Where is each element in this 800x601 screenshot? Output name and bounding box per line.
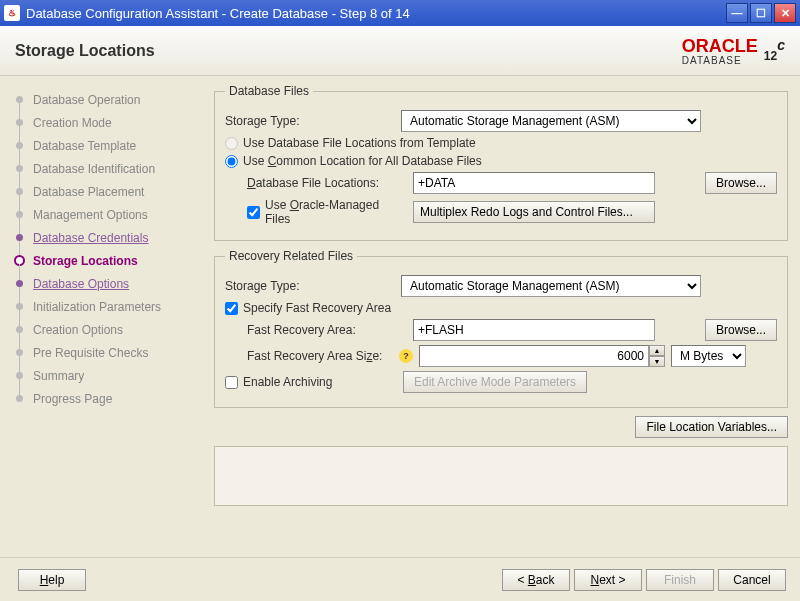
sidebar-item-label: Database Credentials [33, 231, 148, 245]
sidebar-item-storage-locations[interactable]: Storage Locations [8, 249, 202, 272]
df-storage-type-label: Storage Type: [225, 114, 395, 128]
file-location-variables-button[interactable]: File Location Variables... [635, 416, 788, 438]
footer: Help < Back Next > Finish Cancel [0, 557, 800, 601]
sidebar-item-label: Database Options [33, 277, 129, 291]
edit-archive-button: Edit Archive Mode Parameters [403, 371, 587, 393]
brand-name: ORACLE [682, 36, 758, 57]
enable-archiving-label[interactable]: Enable Archiving [243, 375, 398, 389]
enable-archiving-checkbox[interactable] [225, 376, 238, 389]
sidebar-item-initialization-parameters: Initialization Parameters [8, 295, 202, 318]
recovery-group: Recovery Related Files Storage Type: Aut… [214, 249, 788, 408]
omf-checkbox[interactable] [247, 206, 260, 219]
radio-common-label[interactable]: Use Common Location for All Database Fil… [243, 154, 482, 168]
window-title: Database Configuration Assistant - Creat… [26, 6, 724, 21]
sidebar-item-database-credentials[interactable]: Database Credentials [8, 226, 202, 249]
sidebar-item-label: Database Template [33, 139, 136, 153]
sidebar-item-database-identification: Database Identification [8, 157, 202, 180]
radio-template-label: Use Database File Locations from Templat… [243, 136, 476, 150]
close-button[interactable]: ✕ [774, 3, 796, 23]
omf-label[interactable]: Use Oracle-Managed Files [265, 198, 407, 226]
sidebar-item-label: Creation Options [33, 323, 123, 337]
sidebar-item-summary: Summary [8, 364, 202, 387]
fra-size-unit-select[interactable]: M Bytes [671, 345, 746, 367]
finish-button: Finish [646, 569, 714, 591]
log-area [214, 446, 788, 506]
back-button[interactable]: < Back [502, 569, 570, 591]
sidebar-item-label: Progress Page [33, 392, 112, 406]
fra-size-label: Fast Recovery Area Size: [247, 349, 393, 363]
specify-fra-label[interactable]: Specify Fast Recovery Area [243, 301, 391, 315]
df-storage-type-select[interactable]: Automatic Storage Management (ASM) [401, 110, 701, 132]
fra-label: Fast Recovery Area: [247, 323, 407, 337]
df-location-label: Database File Locations: [247, 176, 407, 190]
fra-input[interactable] [413, 319, 655, 341]
page-title: Storage Locations [15, 42, 682, 60]
database-files-group: Database Files Storage Type: Automatic S… [214, 84, 788, 241]
df-location-input[interactable] [413, 172, 655, 194]
radio-common[interactable] [225, 155, 238, 168]
sidebar-item-label: Database Operation [33, 93, 140, 107]
sidebar-item-pre-requisite-checks: Pre Requisite Checks [8, 341, 202, 364]
df-browse-button[interactable]: Browse... [705, 172, 777, 194]
page-header: Storage Locations ORACLE DATABASE 12c [0, 26, 800, 76]
fra-size-down[interactable]: ▼ [649, 356, 665, 367]
fra-size-up[interactable]: ▲ [649, 345, 665, 356]
sidebar-item-label: Management Options [33, 208, 148, 222]
sidebar-item-creation-mode: Creation Mode [8, 111, 202, 134]
fra-size-input[interactable] [419, 345, 649, 367]
radio-template [225, 137, 238, 150]
help-button[interactable]: Help [18, 569, 86, 591]
hint-icon[interactable]: ? [399, 349, 413, 363]
database-files-legend: Database Files [225, 84, 313, 98]
rec-storage-type-label: Storage Type: [225, 279, 395, 293]
sidebar-item-label: Summary [33, 369, 84, 383]
recovery-legend: Recovery Related Files [225, 249, 357, 263]
sidebar-item-label: Initialization Parameters [33, 300, 161, 314]
sidebar-item-label: Database Placement [33, 185, 144, 199]
sidebar-item-management-options: Management Options [8, 203, 202, 226]
sidebar-item-label: Database Identification [33, 162, 155, 176]
rec-storage-type-select[interactable]: Automatic Storage Management (ASM) [401, 275, 701, 297]
maximize-button[interactable]: ☐ [750, 3, 772, 23]
sidebar-item-database-operation: Database Operation [8, 88, 202, 111]
sidebar: Database OperationCreation ModeDatabase … [0, 76, 210, 557]
cancel-button[interactable]: Cancel [718, 569, 786, 591]
brand-version: 12c [764, 35, 785, 67]
sidebar-item-progress-page: Progress Page [8, 387, 202, 410]
sidebar-item-database-options[interactable]: Database Options [8, 272, 202, 295]
multiplex-button[interactable]: Multiplex Redo Logs and Control Files... [413, 201, 655, 223]
next-button[interactable]: Next > [574, 569, 642, 591]
fra-browse-button[interactable]: Browse... [705, 319, 777, 341]
sidebar-item-label: Creation Mode [33, 116, 112, 130]
minimize-button[interactable]: — [726, 3, 748, 23]
sidebar-item-label: Storage Locations [33, 254, 138, 268]
titlebar: ♨ Database Configuration Assistant - Cre… [0, 0, 800, 26]
sidebar-item-database-template: Database Template [8, 134, 202, 157]
sidebar-item-creation-options: Creation Options [8, 318, 202, 341]
oracle-logo: ORACLE DATABASE 12c [682, 35, 785, 67]
sidebar-item-label: Pre Requisite Checks [33, 346, 148, 360]
java-icon: ♨ [4, 5, 20, 21]
specify-fra-checkbox[interactable] [225, 302, 238, 315]
sidebar-item-database-placement: Database Placement [8, 180, 202, 203]
main-content: Database Files Storage Type: Automatic S… [210, 76, 800, 557]
